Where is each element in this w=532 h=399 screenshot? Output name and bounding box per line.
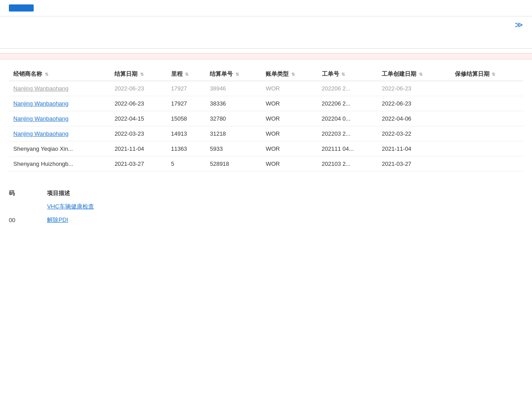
sort-icon[interactable]: ⇅: [140, 72, 144, 77]
cell-bill_type: WOR: [261, 141, 317, 156]
cell-mileage: 11363: [167, 141, 206, 156]
cell-settle_date: 2022-06-23: [110, 81, 166, 96]
main-table-section: 经销商名称 ⇅结算日期 ⇅里程 ⇅结算单号 ⇅账单类型 ⇅工单号 ⇅工单创建日期…: [0, 66, 532, 172]
cell-desc[interactable]: VHC车辆健康检查: [47, 200, 186, 213]
cell-work_order: 202111 04...: [317, 141, 378, 156]
sort-icon[interactable]: ⇅: [45, 72, 48, 77]
bottom-section: 码项目描述 VHC车辆健康检查00解除PDI: [0, 182, 532, 231]
cell-mileage: 15058: [167, 111, 206, 126]
cell-warranty_end: [450, 156, 523, 172]
warning-bar: [0, 53, 532, 59]
cell-settle_no: 32780: [205, 111, 261, 126]
cell-dealer[interactable]: Nanjing Wanbaohang: [9, 111, 110, 126]
sort-icon[interactable]: ⇅: [419, 72, 422, 77]
header-bar: [0, 0, 532, 16]
cell-warranty_end: [450, 96, 523, 111]
cell-settle_no: 31218: [205, 126, 261, 141]
cell-work_order: 202206 2...: [317, 81, 378, 96]
cell-code: 00: [9, 213, 47, 227]
cell-settle_no: 38336: [205, 96, 261, 111]
cell-mileage: 14913: [167, 126, 206, 141]
sort-icon[interactable]: ⇅: [185, 72, 188, 77]
sort-icon[interactable]: ⇅: [492, 72, 495, 77]
main-table: 经销商名称 ⇅结算日期 ⇅里程 ⇅结算单号 ⇅账单类型 ⇅工单号 ⇅工单创建日期…: [9, 66, 523, 172]
cell-mileage: 17927: [167, 81, 206, 96]
cell-warranty_end: [450, 141, 523, 156]
cell-warranty_end: [450, 81, 523, 96]
chevron-row: ≫: [0, 16, 532, 33]
cell-create_date: 2022-04-06: [377, 111, 450, 126]
cell-desc[interactable]: 解除PDI: [47, 213, 186, 227]
table-row: Shenyang Yeqiao Xin...2021-11-0411363593…: [9, 141, 523, 156]
cell-work_order: 202206 2...: [317, 96, 378, 111]
cell-code: [9, 200, 47, 213]
cell-dealer[interactable]: Shenyang Yeqiao Xin...: [9, 141, 110, 156]
cell-settle_date: 2022-06-23: [110, 96, 166, 111]
cell-create_date: 2022-03-22: [377, 126, 450, 141]
bottom-col-header-code: 码: [9, 187, 47, 200]
cell-mileage: 17927: [167, 96, 206, 111]
col-header-settle_no: 结算单号 ⇅: [205, 66, 261, 81]
col-header-work_order: 工单号 ⇅: [317, 66, 378, 81]
cell-bill_type: WOR: [261, 96, 317, 111]
cell-dealer[interactable]: Nanjing Wanbaohang: [9, 96, 110, 111]
cell-settle_no: 38946: [205, 81, 261, 96]
cell-settle_date: 2022-04-15: [110, 111, 166, 126]
cell-create_date: 2022-06-23: [377, 81, 450, 96]
bottom-col-header-desc: 项目描述: [47, 187, 186, 200]
table-row: Shenyang Huizhongb...2021-03-275528918WO…: [9, 156, 523, 172]
col-header-dealer: 经销商名称 ⇅: [9, 66, 110, 81]
bottom-table-row: VHC车辆健康检查: [9, 200, 186, 213]
sort-icon[interactable]: ⇅: [235, 72, 239, 77]
cell-bill_type: WOR: [261, 126, 317, 141]
cell-work_order: 202103 2...: [317, 156, 378, 172]
cell-work_order: 202203 2...: [317, 126, 378, 141]
bottom-header-row: 码项目描述: [9, 187, 186, 200]
cell-work_order: 202204 0...: [317, 111, 378, 126]
sort-icon[interactable]: ⇅: [341, 72, 345, 77]
leadtime-section: [0, 33, 532, 49]
cell-settle_date: 2021-11-04: [110, 141, 166, 156]
cell-dealer[interactable]: Nanjing Wanbaohang: [9, 126, 110, 141]
cell-settle_no: 5933: [205, 141, 261, 156]
cell-settle_no: 528918: [205, 156, 261, 172]
cell-create_date: 2022-06-23: [377, 96, 450, 111]
cell-warranty_end: [450, 126, 523, 141]
bottom-table-row: 00解除PDI: [9, 213, 186, 227]
cell-settle_date: 2021-03-27: [110, 156, 166, 172]
table-row: Nanjing Wanbaohang2022-06-231792738336WO…: [9, 96, 523, 111]
table-row: Nanjing Wanbaohang2022-04-151505832780WO…: [9, 111, 523, 126]
bottom-table: 码项目描述 VHC车辆健康检查00解除PDI: [9, 187, 186, 227]
cell-dealer[interactable]: Shenyang Huizhongb...: [9, 156, 110, 172]
cell-mileage: 5: [167, 156, 206, 172]
table-row: Nanjing Wanbaohang2022-03-231491331218WO…: [9, 126, 523, 141]
col-header-warranty_end: 保修结算日期 ⇅: [450, 66, 523, 81]
col-header-create_date: 工单创建日期 ⇅: [377, 66, 450, 81]
cell-bill_type: WOR: [261, 156, 317, 172]
col-header-bill_type: 账单类型 ⇅: [261, 66, 317, 81]
cell-warranty_end: [450, 111, 523, 126]
chevron-down-icon[interactable]: ≫: [515, 20, 523, 30]
col-header-settle_date: 结算日期 ⇅: [110, 66, 166, 81]
col-header-mileage: 里程 ⇅: [167, 66, 206, 81]
cell-dealer[interactable]: Nanjing Wanbaohang: [9, 81, 110, 96]
sort-icon[interactable]: ⇅: [291, 72, 295, 77]
query-button[interactable]: [9, 4, 34, 12]
cell-settle_date: 2022-03-23: [110, 126, 166, 141]
table-row: Nanjing Wanbaohang2022-06-231792738946WO…: [9, 81, 523, 96]
cell-create_date: 2021-11-04: [377, 141, 450, 156]
cell-bill_type: WOR: [261, 81, 317, 96]
cell-create_date: 2021-03-27: [377, 156, 450, 172]
cell-bill_type: WOR: [261, 111, 317, 126]
table-header-row: 经销商名称 ⇅结算日期 ⇅里程 ⇅结算单号 ⇅账单类型 ⇅工单号 ⇅工单创建日期…: [9, 66, 523, 81]
